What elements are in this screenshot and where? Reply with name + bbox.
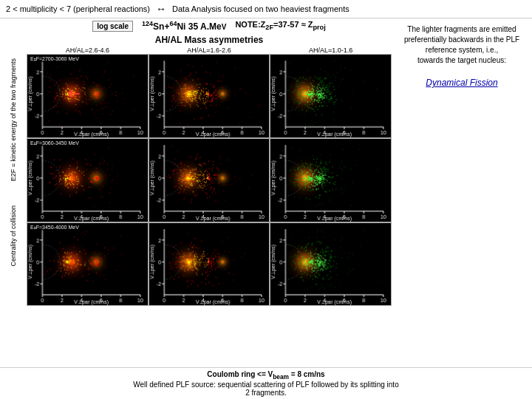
content-area: E2F = kinetic energy of the two fragment… bbox=[0, 18, 532, 306]
bottom-line-1: Coulomb ring <= Vbeam = 8 cm/ns bbox=[6, 370, 526, 381]
description-text-1: The lighter fragments are emitted prefer… bbox=[404, 25, 519, 54]
title-row: log scale 124Sn+64Ni 35 A.MeV NOTE:Z2F=3… bbox=[27, 18, 392, 33]
row-label-1: E₂F=3060-3450 MeV bbox=[29, 140, 81, 146]
col-header-2: AH/AL=1.0-1.6 bbox=[270, 47, 392, 54]
reaction-label: 124Sn+64Ni 35 A.MeV bbox=[142, 20, 226, 32]
bottom-line-2: Well defined PLF source: sequential scat… bbox=[6, 381, 526, 389]
page-wrapper: 2 < multiplicity < 7 (peripheral reactio… bbox=[0, 0, 532, 399]
plot-cell-r0-c1 bbox=[149, 54, 270, 138]
row-label-0: E₂F=2700-3060 MeV bbox=[29, 56, 81, 62]
note-description: The lighter fragments are emitted prefer… bbox=[396, 24, 528, 66]
plot-cell-r0-c0: E₂F=2700-3060 MeV bbox=[27, 54, 149, 138]
col-header-1: AH/AL=1.6-2.6 bbox=[149, 47, 270, 54]
log-scale-box: log scale bbox=[92, 21, 133, 32]
left-axis-area: E2F = kinetic energy of the two fragment… bbox=[0, 18, 27, 306]
plot-cell-r2-c1 bbox=[149, 222, 270, 307]
rotated-container: E2F = kinetic energy of the two fragment… bbox=[10, 18, 17, 306]
row-label-2: E₂F=3450-4000 MeV bbox=[29, 225, 81, 231]
bottom-line-3: 2 fragments. bbox=[6, 389, 526, 397]
plot-cell-r2-c2 bbox=[270, 222, 392, 307]
center-panel: log scale 124Sn+64Ni 35 A.MeV NOTE:Z2F=3… bbox=[27, 18, 392, 306]
col-headers: AH/AL=2.6-4.6 AH/AL=1.6-2.6 AH/AL=1.0-1.… bbox=[27, 47, 392, 54]
plot-cell-r1-c0: E₂F=3060-3450 MeV bbox=[27, 138, 149, 222]
plot-cell-r1-c1 bbox=[149, 138, 270, 222]
note-label: NOTE:Z2F=37-57 ≈ Zproj bbox=[235, 20, 325, 31]
bottom-panel: Coulomb ring <= Vbeam = 8 cm/ns Well def… bbox=[0, 367, 532, 399]
plot-cell-r0-c2 bbox=[270, 54, 392, 138]
top-bar: 2 < multiplicity < 7 (peripheral reactio… bbox=[0, 0, 532, 18]
col-header-0: AH/AL=2.6-4.6 bbox=[27, 47, 149, 54]
condition-label: 2 < multiplicity < 7 (peripheral reactio… bbox=[6, 4, 150, 13]
y-axis-label-centrality: Centrality of collision bbox=[10, 205, 17, 267]
dynamical-fission-label: Dynamical Fission bbox=[396, 78, 528, 88]
analysis-label: Data Analysis focused on two heaviest fr… bbox=[172, 4, 349, 13]
right-panel: The lighter fragments are emitted prefer… bbox=[392, 18, 532, 306]
plot-cell-r2-c0: E₂F=3450-4000 MeV bbox=[27, 222, 149, 307]
description-text-2: towards the target nucleus: bbox=[417, 56, 506, 64]
plots-grid: E₂F=2700-3060 MeVE₂F=3060-3450 MeVE₂F=34… bbox=[27, 54, 392, 306]
arrow-icon: ↔ bbox=[156, 3, 166, 15]
section-title: AH/AL Mass asymmetries bbox=[27, 33, 392, 47]
y-axis-label-energy: E2F = kinetic energy of the two fragment… bbox=[10, 58, 17, 181]
plot-cell-r1-c2 bbox=[270, 138, 392, 222]
